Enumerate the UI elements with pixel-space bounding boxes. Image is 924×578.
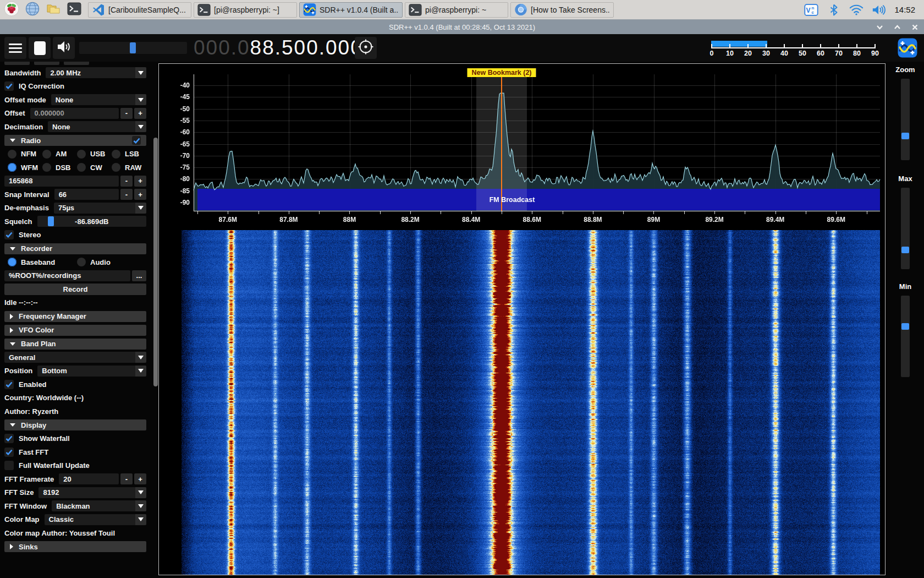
radio-enable-checkbox[interactable] bbox=[132, 136, 141, 145]
tuning-mode-button[interactable] bbox=[355, 37, 377, 59]
vfo-bandwidth-input[interactable]: 165868 bbox=[4, 176, 119, 187]
snap-interval-decrement-button[interactable]: - bbox=[120, 189, 133, 200]
taskbar-window-4[interactable]: [How to Take Screens... bbox=[510, 2, 614, 18]
menu-button[interactable] bbox=[4, 37, 26, 59]
taskbar-window-3[interactable]: pi@raspberrypi: ~ bbox=[405, 2, 508, 18]
fft-framerate-increment-button[interactable]: + bbox=[134, 473, 146, 484]
zoom-slider[interactable] bbox=[901, 79, 910, 160]
show-waterfall-checkbox[interactable] bbox=[4, 434, 14, 443]
am-radio[interactable]: AM bbox=[42, 150, 77, 159]
de-emphasis-dropdown[interactable]: 75µs bbox=[54, 203, 146, 214]
color-map-dropdown[interactable]: Classic bbox=[45, 514, 146, 525]
min-slider-handle[interactable] bbox=[901, 323, 909, 330]
baseband-radio[interactable]: Baseband bbox=[8, 258, 77, 266]
fft-plot[interactable] bbox=[159, 64, 885, 229]
snr-meter: 0102030405060708090 bbox=[711, 39, 881, 61]
max-slider[interactable] bbox=[901, 188, 910, 269]
zoom-slider-handle[interactable] bbox=[901, 133, 909, 139]
wifi-icon[interactable] bbox=[849, 3, 864, 17]
wfm-radio[interactable]: WFM bbox=[8, 163, 42, 172]
fft-framerate-input[interactable]: 20 bbox=[59, 473, 119, 484]
frequency-manager-section-header[interactable]: Frequency Manager bbox=[4, 311, 146, 322]
radio-section-header[interactable]: Radio bbox=[4, 135, 146, 146]
band-plan-position-dropdown[interactable]: Bottom bbox=[37, 366, 146, 377]
meter-tick bbox=[784, 44, 785, 47]
taskbar-window-1[interactable]: [pi@raspberrypi: ~] bbox=[194, 2, 297, 18]
lsb-radio[interactable]: LSB bbox=[112, 150, 146, 159]
dsb-radio[interactable]: DSB bbox=[42, 163, 77, 172]
window-controls bbox=[876, 20, 919, 34]
offset-mode-dropdown[interactable]: None bbox=[51, 94, 146, 105]
sidebar-row-fft-window: FFT WindowBlackman bbox=[0, 499, 150, 513]
maximize-button[interactable] bbox=[893, 23, 901, 31]
volume-icon[interactable] bbox=[872, 3, 886, 17]
fft-framerate-decrement-button[interactable]: - bbox=[120, 473, 133, 484]
display-controls-panel: Zoom Max Min bbox=[887, 63, 924, 575]
meter-tick bbox=[820, 44, 821, 47]
stereo-checkbox[interactable] bbox=[4, 230, 14, 239]
band-plan-section-header[interactable]: Band Plan bbox=[4, 339, 146, 350]
taskbar: [CaribouliteSampleQ...[pi@raspberrypi: ~… bbox=[0, 0, 924, 20]
globe-launcher[interactable] bbox=[24, 2, 41, 18]
raw-radio[interactable]: RAW bbox=[112, 163, 146, 172]
snap-interval-input[interactable]: 66 bbox=[54, 189, 119, 200]
vfo-color-section-header[interactable]: VFO Color bbox=[4, 325, 146, 336]
sidebar-row-offset: Offset0.000000-+ bbox=[0, 107, 150, 121]
bookmark-tag[interactable]: New Bookmark (2) bbox=[467, 68, 536, 77]
max-slider-handle[interactable] bbox=[901, 247, 909, 253]
cw-radio[interactable]: CW bbox=[77, 163, 112, 172]
band-plan-list-dropdown[interactable]: General bbox=[4, 352, 146, 363]
sinks-section-header[interactable]: Sinks bbox=[4, 541, 146, 552]
fft-window-dropdown[interactable]: Blackman bbox=[52, 500, 146, 511]
frequency-display[interactable]: 000.088.500.000 bbox=[194, 34, 363, 62]
snap-interval-increment-button[interactable]: + bbox=[134, 189, 146, 200]
vnc-icon[interactable]: Vnc bbox=[804, 3, 818, 17]
dropdown-value: Classic bbox=[49, 515, 74, 524]
stop-button[interactable] bbox=[29, 37, 51, 59]
taskbar-window-0[interactable]: [CaribouliteSampleQ... bbox=[88, 2, 191, 18]
section-title: Band Plan bbox=[21, 340, 56, 348]
offset-increment-button[interactable]: + bbox=[134, 108, 146, 119]
squelch-slider[interactable]: -86.869dB bbox=[37, 216, 146, 227]
taskbar-window-2[interactable]: SDR++ v1.0.4 (Built a... bbox=[299, 2, 403, 18]
fast-fft-checkbox[interactable] bbox=[4, 448, 14, 457]
sidebar-row-decimation: DecimationNone bbox=[0, 120, 150, 134]
volume-slider[interactable] bbox=[79, 42, 187, 54]
usb-radio[interactable]: USB bbox=[77, 150, 112, 159]
vfo-bandwidth-decrement-button[interactable]: - bbox=[120, 176, 133, 187]
offset-decrement-button[interactable]: - bbox=[120, 108, 133, 119]
bandwidth-dropdown[interactable]: 2.00 MHz bbox=[46, 67, 146, 78]
bluetooth-icon[interactable] bbox=[827, 3, 841, 17]
system-tray: Vnc 14:52 bbox=[804, 3, 921, 17]
checkbox-label: Stereo bbox=[19, 231, 41, 239]
band-plan-enabled-checkbox[interactable] bbox=[4, 380, 14, 389]
window-titlebar[interactable]: SDR++ v1.0.4 (Built at 00:28:45, Oct 13 … bbox=[0, 20, 924, 34]
decimation-dropdown[interactable]: None bbox=[48, 121, 146, 132]
close-button[interactable] bbox=[911, 23, 919, 31]
recorder-section-header[interactable]: Recorder bbox=[4, 243, 146, 254]
display-section-header[interactable]: Display bbox=[4, 419, 146, 430]
terminal-launcher[interactable] bbox=[66, 2, 82, 18]
sidebar-scrollbar[interactable] bbox=[153, 138, 158, 386]
iq-correction-checkbox[interactable] bbox=[4, 81, 14, 91]
shade-button[interactable] bbox=[876, 23, 883, 31]
checkbox-label: Full Waterfall Update bbox=[19, 461, 90, 470]
chevron-down-icon bbox=[135, 121, 146, 132]
min-slider[interactable] bbox=[901, 296, 910, 377]
nfm-radio[interactable]: NFM bbox=[8, 150, 42, 159]
record-button[interactable]: Record bbox=[4, 283, 146, 295]
full-waterfall-update-checkbox[interactable] bbox=[4, 461, 14, 470]
waterfall[interactable] bbox=[182, 230, 880, 575]
browse-button[interactable]: ... bbox=[132, 270, 146, 281]
recording-path-input[interactable]: %ROOT%/recordings bbox=[4, 270, 130, 281]
file-manager-launcher[interactable] bbox=[45, 2, 62, 18]
audio-radio[interactable]: Audio bbox=[77, 258, 146, 266]
raspberry-launcher[interactable] bbox=[3, 2, 20, 18]
radio-label: RAW bbox=[125, 163, 141, 172]
fft-size-dropdown[interactable]: 8192 bbox=[38, 487, 146, 498]
offset-input[interactable]: 0.000000 bbox=[30, 108, 119, 119]
mute-button[interactable] bbox=[53, 37, 75, 59]
volume-slider-handle[interactable] bbox=[130, 42, 136, 53]
vfo-bandwidth-increment-button[interactable]: + bbox=[134, 176, 146, 187]
slider-value: -86.869dB bbox=[37, 216, 146, 227]
